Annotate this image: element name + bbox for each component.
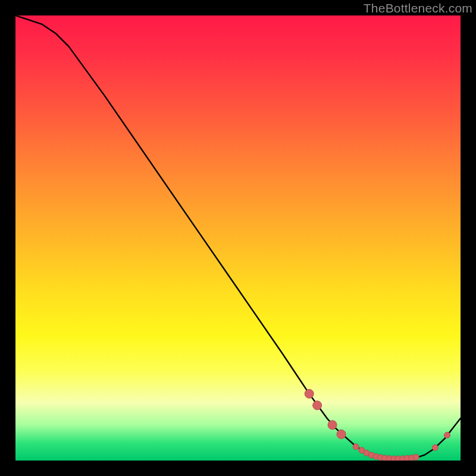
curve-marker	[328, 421, 337, 430]
curve-marker	[305, 389, 314, 398]
curve-layer	[15, 15, 461, 461]
curve-marker	[353, 444, 359, 450]
curve-markers-small	[353, 432, 450, 461]
plot-area	[15, 15, 461, 461]
curve-marker	[432, 444, 438, 450]
chart-frame: TheBottleneck.com	[0, 0, 476, 476]
bottleneck-curve	[15, 15, 461, 459]
curve-marker	[444, 432, 450, 438]
curve-marker	[337, 430, 346, 439]
watermark: TheBottleneck.com	[364, 1, 472, 15]
curve-marker	[413, 454, 419, 460]
curve-marker	[313, 401, 322, 410]
curve-markers-large	[305, 389, 346, 439]
